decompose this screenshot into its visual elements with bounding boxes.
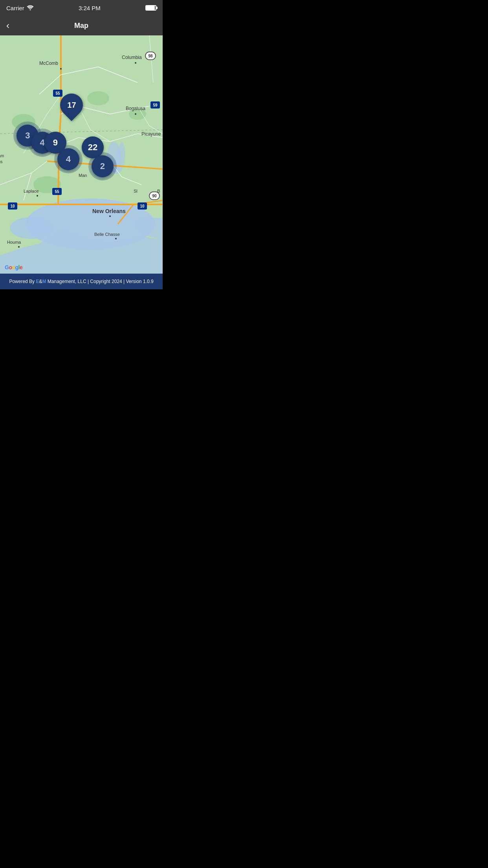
footer-powered-by: Powered By [9,279,36,284]
svg-text:McComb: McComb [39,61,58,66]
page-wrapper: Carrier 3:24 PM ‹ Map [0,0,163,289]
svg-point-69 [115,238,117,239]
svg-text:59: 59 [153,103,158,107]
google-logo: Google [5,264,22,270]
svg-point-58 [60,68,62,70]
svg-text:Picayune: Picayune [141,131,161,137]
svg-text:Houma: Houma [7,240,21,245]
svg-text:10: 10 [10,204,15,208]
svg-point-71 [18,246,20,248]
footer-ampersand: & [39,279,42,284]
svg-point-60 [135,62,136,64]
cluster-marker-4b[interactable]: 4 [57,148,79,170]
footer-company-rest: Management, LLC | Copyright 2024 | Versi… [46,279,154,284]
battery-icon [145,5,156,11]
footer-text: Powered By E&M Management, LLC | Copyrig… [9,279,153,284]
pin-body-17: 17 [55,89,88,121]
back-button[interactable]: ‹ [6,21,9,30]
footer-bar: Powered By E&M Management, LLC | Copyrig… [0,274,163,289]
svg-text:Man: Man [79,173,87,178]
svg-point-0 [29,9,31,10]
status-right [145,5,156,11]
carrier-label: Carrier [6,5,24,11]
svg-text:Belle Chasse: Belle Chasse [94,232,120,237]
svg-point-65 [37,195,38,197]
nav-bar: ‹ Map [0,16,163,35]
svg-text:am: am [0,153,4,158]
svg-point-3 [10,217,53,239]
svg-text:Bogalusa: Bogalusa [126,106,145,111]
marker-halo-2 [88,152,117,180]
page-title: Map [74,22,88,30]
cluster-marker-2[interactable]: 2 [92,155,114,177]
footer-company-m: M [42,279,46,284]
svg-text:gs: gs [0,159,3,164]
svg-point-67 [109,215,111,217]
svg-point-62 [135,113,136,115]
pin-marker-17[interactable]: 17 [60,94,83,116]
svg-text:55: 55 [55,189,59,194]
svg-text:Laplace: Laplace [24,189,39,193]
status-left: Carrier [6,5,34,11]
svg-text:90: 90 [152,194,157,198]
svg-point-9 [87,91,109,105]
svg-text:98: 98 [148,54,153,58]
svg-text:10: 10 [140,204,145,208]
battery-fill [146,6,155,10]
wifi-icon [27,5,34,11]
svg-text:Sl: Sl [134,189,138,193]
svg-text:B: B [157,189,160,193]
map-container[interactable]: 55 55 10 10 12 59 98 90 McComb [0,35,163,274]
svg-text:New Orleans: New Orleans [92,208,126,214]
marker-halo-4b [54,145,83,173]
svg-text:55: 55 [55,91,60,96]
svg-text:Columbia: Columbia [122,55,142,60]
time-label: 3:24 PM [79,5,101,11]
status-bar: Carrier 3:24 PM [0,0,163,16]
